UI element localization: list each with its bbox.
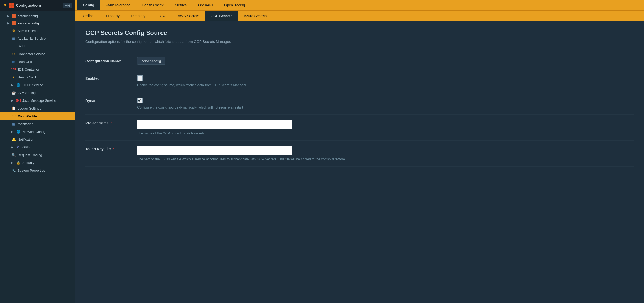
tab-jdbc[interactable]: JDBC: [151, 11, 172, 21]
sidebar-item-label: EJB Container: [18, 68, 39, 71]
tab-fault-tolerance[interactable]: Fault Tolerance: [100, 0, 136, 10]
sidebar-item-ejb-container[interactable]: JAR EJB Container: [0, 66, 75, 73]
sidebar-item-label: System Properties: [18, 169, 45, 172]
wrench-icon: 🔧: [11, 168, 16, 173]
sidebar-item-label: Data Grid: [18, 60, 32, 64]
sidebar-item-logger-settings[interactable]: 📋 Logger Settings: [0, 104, 75, 112]
sidebar-item-jvm-settings[interactable]: ☕ JVM Settings: [0, 89, 75, 97]
sidebar-item-label: Connector Service: [18, 52, 45, 56]
content-area: GCP Secrets Config Source Configuration …: [75, 21, 644, 303]
sidebar-item-microprofile[interactable]: 〰 MicroProfile: [0, 112, 75, 120]
sidebar-item-server-config[interactable]: ▶ server-config: [0, 19, 75, 27]
sidebar-item-batch[interactable]: ≡ Batch: [0, 42, 75, 50]
dynamic-label: Dynamic: [85, 98, 137, 103]
token-key-file-field: The path to the JSON key file which a se…: [137, 146, 634, 161]
microprofile-icon: 〰: [11, 114, 16, 118]
sidebar-item-notification[interactable]: 🔔 Notification: [0, 135, 75, 143]
project-name-hint: The name of the GCP project to fetch sec…: [137, 131, 634, 135]
logger-icon: 📋: [11, 106, 16, 111]
globe-icon: 🌐: [16, 83, 21, 87]
arrow-icon: ▶: [11, 99, 14, 102]
required-indicator: *: [109, 121, 112, 125]
config-name-row: Configuration Name: server-config: [85, 52, 634, 70]
grid-icon: ▦: [11, 59, 16, 64]
tab-azure-secrets[interactable]: Azure Secrets: [238, 11, 272, 21]
bell-icon: 🔔: [11, 137, 16, 142]
token-key-file-input[interactable]: [137, 146, 292, 155]
ejb-icon: JAR: [11, 67, 16, 72]
enabled-checkbox[interactable]: [137, 75, 143, 81]
sidebar-item-connector-service[interactable]: ⚙ Connector Service: [0, 50, 75, 58]
sidebar-item-http-service[interactable]: ▶ 🌐 HTTP Service: [0, 81, 75, 89]
config-name-label: Configuration Name:: [85, 59, 137, 63]
arrow-icon: ▶: [11, 161, 14, 164]
token-key-file-hint: The path to the JSON key file which a se…: [137, 157, 634, 161]
sidebar-item-orb[interactable]: ▶ ⟳ ORB: [0, 143, 75, 151]
sidebar-item-label: Request Tracing: [18, 153, 42, 157]
token-key-file-row: Token Key File * The path to the JSON ke…: [85, 141, 634, 167]
arrow-icon: ▶: [11, 146, 14, 149]
tab-config[interactable]: Config: [77, 0, 100, 10]
tab-directory[interactable]: Directory: [125, 11, 151, 21]
enabled-checkbox-wrapper: [137, 75, 634, 81]
sidebar-item-system-properties[interactable]: 🔧 System Properties: [0, 167, 75, 174]
enabled-field: Enable the config source, which fetches …: [137, 75, 634, 87]
sidebar-item-java-message-service[interactable]: ▶ JMS Java Message Service: [0, 97, 75, 104]
sidebar-item-availability-service[interactable]: ▦ Availability Service: [0, 34, 75, 42]
sidebar-item-data-grid[interactable]: ▦ Data Grid: [0, 58, 75, 66]
tab-health-check[interactable]: Health Check: [136, 0, 169, 10]
sidebar-item-label: ORB: [22, 145, 30, 149]
tab-gcp-secrets[interactable]: GCP Secrets: [205, 11, 238, 21]
tab-aws-secrets[interactable]: AWS Secrets: [172, 11, 205, 21]
batch-icon: ≡: [11, 44, 16, 48]
orb-icon: ⟳: [16, 145, 21, 149]
configurations-icon: ▼: [3, 3, 7, 8]
jms-icon: JMS: [16, 98, 21, 103]
project-name-row: Project Name * The name of the GCP proje…: [85, 115, 634, 141]
form-section: Configuration Name: server-config Enable…: [85, 52, 634, 167]
config-grid-icon: [9, 3, 14, 8]
dynamic-checkbox[interactable]: [137, 98, 143, 103]
primary-tab-bar: Config Fault Tolerance Health Check Metr…: [75, 0, 644, 10]
page-title: GCP Secrets Config Source: [85, 29, 634, 37]
search-icon: 🔍: [11, 153, 16, 157]
sidebar-item-label: Security: [22, 161, 34, 165]
sidebar-item-label: Notification: [18, 138, 34, 141]
tab-metrics[interactable]: Metrics: [169, 0, 192, 10]
sidebar-header: ▼ Configurations ◀◀: [0, 0, 75, 11]
sidebar-item-healthcheck[interactable]: ♥ HealthCheck: [0, 73, 75, 81]
heart-icon: ♥: [11, 75, 16, 80]
jvm-icon: ☕: [11, 90, 16, 95]
sidebar-item-network-config[interactable]: ▶ 🌐 Network Config: [0, 128, 75, 135]
sidebar-title: Configurations: [16, 3, 42, 8]
config-name-value: server-config: [137, 57, 165, 65]
sidebar-item-monitoring[interactable]: ▦ Monitoring: [0, 120, 75, 128]
sidebar-collapse-button[interactable]: ◀◀: [63, 3, 72, 8]
sidebar-item-label: Availability Service: [18, 37, 46, 40]
sidebar-item-label: MicroProfile: [18, 114, 37, 118]
required-indicator: *: [112, 147, 114, 151]
sidebar-item-label: HealthCheck: [18, 75, 37, 79]
sidebar-item-default-config[interactable]: ▶ default-config: [0, 12, 75, 19]
dynamic-field: ✓ Configure the config source dynamicall…: [137, 98, 634, 109]
lock-icon: 🔒: [16, 160, 21, 165]
arrow-icon: ▶: [7, 22, 10, 25]
tab-property[interactable]: Property: [100, 11, 125, 21]
project-name-label: Project Name *: [85, 120, 137, 125]
tab-openapi[interactable]: OpenAPI: [192, 0, 218, 10]
tab-opentracing[interactable]: OpenTracing: [218, 0, 251, 10]
network-icon: 🌐: [16, 129, 21, 134]
sidebar: ▼ Configurations ◀◀ ▶ default-config ▶ s…: [0, 0, 75, 303]
sidebar-item-label: HTTP Service: [22, 83, 43, 87]
sidebar-item-security[interactable]: ▶ 🔒 Security: [0, 159, 75, 167]
dynamic-row: Dynamic ✓ Configure the config source dy…: [85, 92, 634, 115]
gear-icon: ⚙: [11, 28, 16, 33]
sidebar-item-admin-service[interactable]: ⚙ Admin Service: [0, 27, 75, 34]
sidebar-item-request-tracing[interactable]: 🔍 Request Tracing: [0, 151, 75, 159]
connector-icon: ⚙: [11, 52, 16, 56]
project-name-input[interactable]: [137, 120, 292, 129]
arrow-icon: ▶: [7, 15, 10, 17]
tab-ordinal[interactable]: Ordinal: [77, 11, 100, 21]
server-config-icon: [12, 21, 16, 25]
project-name-field: The name of the GCP project to fetch sec…: [137, 120, 634, 135]
